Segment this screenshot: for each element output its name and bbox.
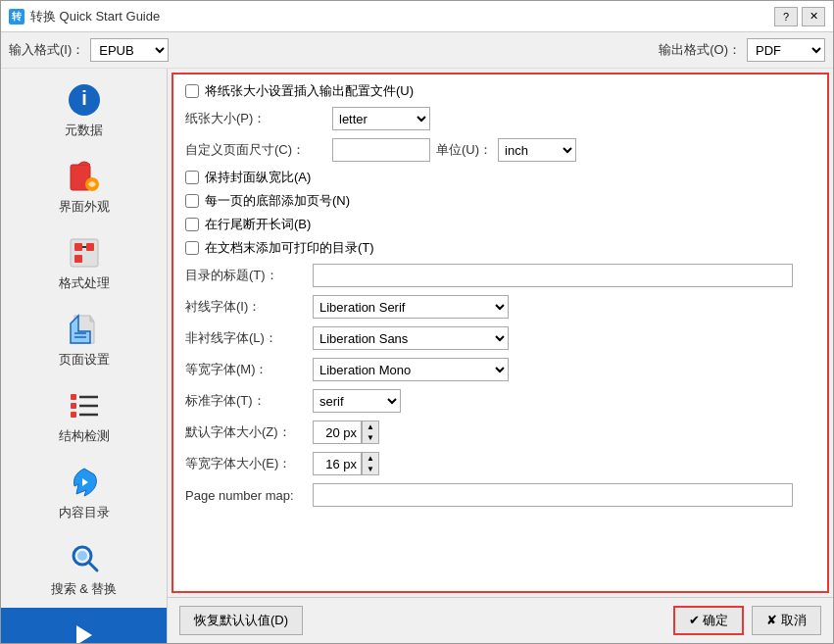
svg-rect-11 (71, 394, 76, 400)
default-size-up[interactable]: ▲ (363, 421, 378, 432)
std-font-label: 标准字体(T)： (185, 392, 313, 410)
checkbox-row-1: 将纸张大小设置插入输出配置文件(U) (185, 82, 815, 100)
toc-title-input[interactable] (313, 264, 793, 287)
cancel-button[interactable]: ✘ 取消 (752, 606, 821, 635)
mono-font-label: 等宽字体(M)： (185, 361, 313, 378)
svg-rect-4 (71, 239, 98, 267)
svg-rect-6 (74, 255, 82, 263)
close-button[interactable]: ✕ (802, 7, 825, 26)
structure-icon (67, 388, 102, 423)
paper-size-select[interactable]: letter A4 A5 (332, 107, 430, 130)
svg-marker-20 (76, 625, 92, 643)
reset-button[interactable]: 恢复默认认值(D) (179, 606, 303, 635)
serif-font-select[interactable]: Liberation Serif Times New Roman Georgia (313, 295, 509, 319)
checkbox-paper-size[interactable] (185, 84, 199, 98)
look-icon (67, 159, 102, 194)
sidebar-item-label-metadata: 元数据 (65, 122, 103, 139)
main-content: i 元数据 界面外观 (1, 69, 833, 643)
checkbox-paper-size-label: 将纸张大小设置插入输出配置文件(U) (205, 82, 414, 100)
bottom-right-buttons: ✔ 确定 ✘ 取消 (673, 606, 821, 635)
paper-size-label: 纸张大小(P)： (185, 110, 332, 127)
title-bar-right: ? ✕ (774, 7, 825, 26)
toc-icon (67, 465, 102, 500)
mono-size-spinner: ▲ ▼ (313, 452, 379, 475)
custom-page-label: 自定义页面尺寸(C)： (185, 141, 332, 159)
default-size-input[interactable] (313, 421, 362, 444)
transform-icon (67, 235, 102, 271)
right-panel: 将纸张大小设置插入输出配置文件(U) 纸张大小(P)： letter A4 A5… (168, 69, 833, 643)
help-button[interactable]: ? (774, 7, 798, 26)
sidebar-item-transform[interactable]: 格式处理 (1, 225, 167, 302)
output-format-label: 输出格式(O)： (659, 41, 741, 59)
svg-rect-7 (86, 243, 94, 251)
default-size-row: 默认字体大小(Z)： ▲ ▼ (185, 420, 815, 445)
checkbox-row-5: 在文档末添加可打印的目录(T) (185, 239, 815, 257)
default-size-spinner: ▲ ▼ (313, 421, 379, 444)
mono-size-row: 等宽字体大小(E)： ▲ ▼ (185, 451, 815, 476)
sidebar-item-toc[interactable]: 内容目录 (1, 455, 167, 531)
serif-font-label: 衬线字体(I)： (185, 298, 313, 316)
mono-size-down[interactable]: ▼ (363, 464, 378, 474)
input-format-select[interactable]: EPUB AZW3 MOBI (90, 38, 169, 62)
output-format-select[interactable]: PDF EPUB MOBI (747, 38, 825, 62)
app-icon: 转 (9, 9, 25, 25)
pdf-icon (67, 618, 102, 643)
checkbox-row-4: 在行尾断开长词(B) (185, 216, 815, 233)
sidebar-item-structure[interactable]: 结构检测 (1, 378, 167, 455)
page-number-map-input[interactable] (313, 483, 793, 507)
mono-size-spinner-buttons: ▲ ▼ (362, 452, 379, 475)
mono-size-input[interactable] (313, 452, 362, 475)
page-number-map-label: Page number map: (185, 488, 313, 503)
paper-size-row: 纸张大小(P)： letter A4 A5 (185, 106, 815, 131)
checkbox-cover-ratio-label: 保持封面纵宽比(A) (205, 169, 311, 186)
unit-label: 单位(U)： (436, 141, 492, 159)
sidebar: i 元数据 界面外观 (1, 69, 168, 643)
sidebar-item-look[interactable]: 界面外观 (1, 149, 167, 225)
ok-button[interactable]: ✔ 确定 (673, 606, 745, 635)
default-size-down[interactable]: ▼ (363, 432, 378, 443)
sans-font-select[interactable]: Liberation Sans Arial Helvetica (313, 326, 509, 350)
custom-page-input[interactable] (332, 138, 430, 162)
input-format-section: 输入格式(I)： EPUB AZW3 MOBI (9, 38, 169, 62)
svg-text:i: i (81, 87, 87, 109)
checkbox-cover-ratio[interactable] (185, 171, 199, 184)
toc-title-label: 目录的标题(T)： (185, 267, 313, 284)
sidebar-item-label-transform: 格式处理 (59, 274, 110, 292)
checkbox-row-2: 保持封面纵宽比(A) (185, 169, 815, 186)
unit-select[interactable]: inch mm cm (498, 138, 576, 162)
sidebar-item-pdf[interactable]: PDF 输出 (1, 608, 167, 643)
sidebar-item-metadata[interactable]: i 元数据 (1, 73, 167, 149)
bottom-bar: 恢复默认认值(D) ✔ 确定 ✘ 取消 (168, 597, 833, 643)
sidebar-item-label-look: 界面外观 (59, 198, 110, 216)
mono-font-row: 等宽字体(M)： Liberation Mono Courier New Con… (185, 357, 815, 382)
form-area: 将纸张大小设置插入输出配置文件(U) 纸张大小(P)： letter A4 A5… (172, 73, 829, 593)
custom-page-row: 自定义页面尺寸(C)： 单位(U)： inch mm cm (185, 137, 815, 163)
svg-point-18 (77, 551, 87, 561)
title-bar: 转 转换 Quick Start Guide ? ✕ (1, 1, 833, 32)
default-size-label: 默认字体大小(Z)： (185, 423, 313, 441)
serif-font-row: 衬线字体(I)： Liberation Serif Times New Roma… (185, 294, 815, 320)
mono-font-select[interactable]: Liberation Mono Courier New Consolas (313, 358, 509, 381)
std-font-select[interactable]: serif sans-serif monospace (313, 389, 401, 413)
svg-rect-5 (74, 243, 82, 251)
sidebar-item-label-search: 搜索 & 替换 (51, 580, 118, 598)
sidebar-item-label-toc: 内容目录 (59, 504, 110, 521)
default-size-spinner-buttons: ▲ ▼ (362, 421, 379, 444)
sans-font-label: 非衬线字体(L)： (185, 329, 313, 347)
sidebar-item-page[interactable]: 页面设置 (1, 302, 167, 378)
svg-rect-13 (71, 412, 76, 418)
std-font-row: 标准字体(T)： serif sans-serif monospace (185, 388, 815, 414)
svg-line-19 (89, 563, 97, 570)
page-icon (67, 312, 102, 347)
mono-size-up[interactable]: ▲ (363, 453, 378, 464)
checkbox-printable-toc[interactable] (185, 241, 199, 255)
sidebar-item-search[interactable]: 搜索 & 替换 (1, 531, 167, 608)
metadata-icon: i (67, 82, 102, 118)
checkbox-page-number[interactable] (185, 194, 199, 208)
checkbox-break-long[interactable] (185, 218, 199, 231)
top-bar: 输入格式(I)： EPUB AZW3 MOBI 输出格式(O)： PDF EPU… (1, 32, 833, 69)
sidebar-item-label-page: 页面设置 (59, 351, 110, 369)
mono-size-label: 等宽字体大小(E)： (185, 455, 313, 472)
window-title: 转换 Quick Start Guide (30, 8, 160, 25)
sans-font-row: 非衬线字体(L)： Liberation Sans Arial Helvetic… (185, 325, 815, 351)
